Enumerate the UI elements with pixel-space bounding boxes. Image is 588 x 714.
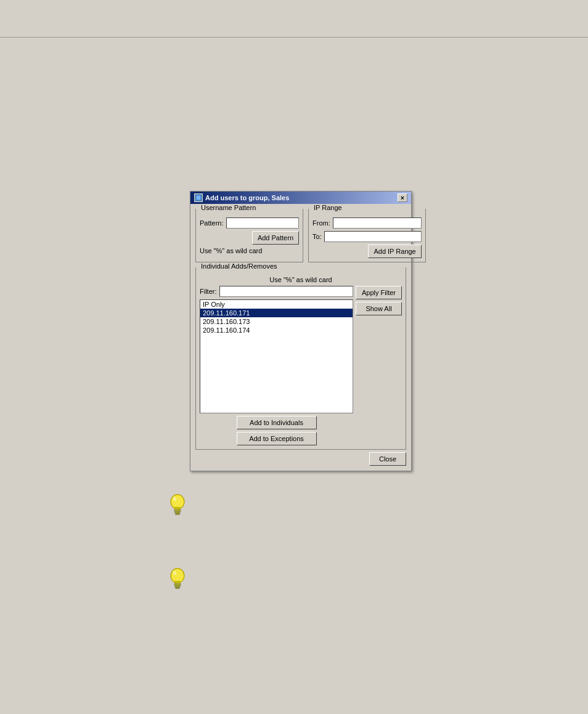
filter-label: Filter: [200,288,217,295]
add-users-dialog: Add users to group, Sales × Username Pat… [190,191,412,471]
dialog-close-x-button[interactable]: × [398,193,407,202]
dialog-app-icon [194,193,203,202]
action-buttons: Add to Individuals Add to Exceptions [200,416,353,445]
top-divider [0,37,588,38]
dialog-body: Username Pattern Pattern: Add Pattern Us… [190,204,411,471]
pattern-row: Pattern: [200,217,299,229]
from-label: From: [312,219,330,227]
ip-range-label: IP Range [312,204,343,211]
username-pattern-group: Username Pattern Pattern: Add Pattern Us… [195,209,303,262]
users-listbox[interactable]: IP Only 209.11.160.171 209.11.160.173 20… [200,299,353,413]
list-item[interactable]: IP Only [200,300,353,309]
to-label: To: [312,233,322,240]
filter-row: Filter: [200,286,353,297]
svg-point-8 [171,569,184,583]
lightbulb-icon-2 [166,567,189,593]
add-ip-range-button[interactable]: Add IP Range [368,245,421,258]
add-to-individuals-button[interactable]: Add to Individuals [237,416,317,429]
add-to-exceptions-button[interactable]: Add to Exceptions [237,432,317,445]
svg-rect-12 [175,587,179,589]
show-all-button[interactable]: Show All [356,302,402,315]
username-wildcard-hint: Use "%" as wild card [200,247,299,254]
list-item[interactable]: 209.11.160.171 [200,309,353,317]
individual-adds-label: Individual Adds/Removes [200,262,279,270]
svg-rect-3 [174,508,180,510]
individual-wildcard-hint: Use "%" as wild card [200,276,402,283]
individual-content: Filter: IP Only 209.11.160.171 209.11.16… [200,286,402,445]
ip-range-group: IP Range From: To: Add IP Range [308,209,426,262]
to-row: To: [312,231,422,242]
bottom-bar: Close [195,450,406,466]
list-item[interactable]: 209.11.160.173 [200,317,353,326]
svg-point-2 [171,495,184,509]
close-button[interactable]: Close [369,452,406,466]
svg-rect-9 [174,582,180,584]
ip-from-input[interactable] [333,217,422,229]
individual-right: Apply Filter Show All [356,286,402,445]
pattern-input[interactable] [226,217,299,229]
dialog-title: Add users to group, Sales [205,194,289,201]
svg-rect-1 [197,196,200,200]
ip-to-input[interactable] [324,231,422,242]
apply-filter-button[interactable]: Apply Filter [356,286,402,299]
page-background: Add users to group, Sales × Username Pat… [0,0,588,714]
svg-rect-6 [175,513,179,515]
individual-left: Filter: IP Only 209.11.160.171 209.11.16… [200,286,353,445]
dialog-title-area: Add users to group, Sales [194,193,289,202]
pattern-label: Pattern: [200,219,224,227]
username-pattern-label: Username Pattern [200,204,257,211]
list-item[interactable]: 209.11.160.174 [200,326,353,335]
lightbulb-icon-1 [166,493,189,519]
add-pattern-button[interactable]: Add Pattern [252,231,299,245]
top-panels: Username Pattern Pattern: Add Pattern Us… [195,209,406,262]
dialog-titlebar: Add users to group, Sales × [190,192,411,204]
individual-adds-group: Individual Adds/Removes Use "%" as wild … [195,267,406,450]
from-row: From: [312,217,422,229]
filter-input[interactable] [219,286,354,297]
